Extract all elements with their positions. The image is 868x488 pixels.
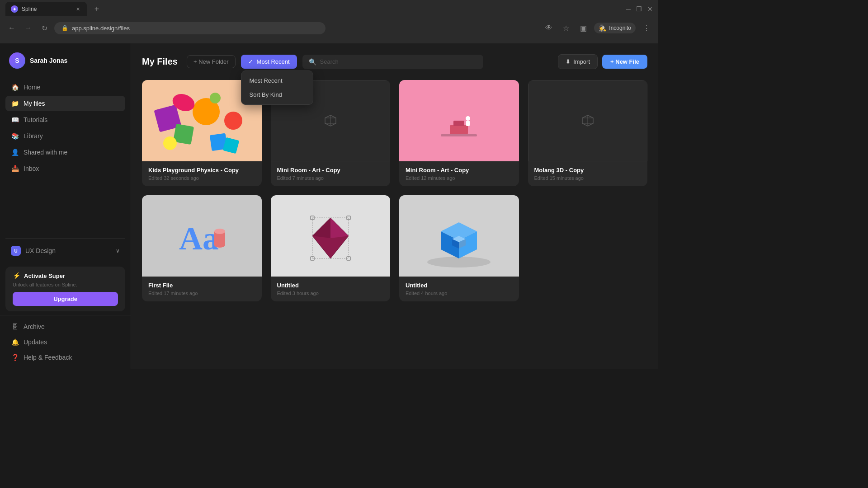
sidebar-item-archive[interactable]: 🗄 Archive [5, 319, 125, 334]
address-bar[interactable]: 🔒 app.spline.design/files [54, 22, 326, 34]
svg-point-6 [163, 136, 177, 150]
file-time-untitled-1: Edited 3 hours ago [277, 291, 384, 296]
new-file-button[interactable]: + New File [602, 55, 647, 69]
file-card-first-file[interactable]: Aa First File Edited 17 minutes ago [142, 195, 262, 301]
file-thumbnail-untitled-1 [271, 195, 391, 277]
sort-option-most-recent[interactable]: Most Recent [244, 74, 310, 88]
tab-title: Spline [22, 6, 71, 12]
file-info-untitled-1: Untitled Edited 3 hours ago [271, 277, 391, 301]
file-name-first-file: First File [148, 282, 255, 289]
sort-most-recent-label: Most Recent [250, 77, 283, 84]
avatar-initials: S [15, 57, 19, 64]
back-btn[interactable]: ← [5, 22, 18, 34]
file-name-kids-playground: Kids Playground Physics - Copy [148, 167, 255, 174]
incognito-btn[interactable]: 🕵 Incognito [594, 23, 636, 33]
sort-dropdown-wrapper: ✓ Most Recent Most Recent Sort By Kind [241, 55, 297, 69]
lock-icon: 🔒 [61, 25, 68, 31]
sidebar-user[interactable]: S Sarah Jonas [0, 43, 131, 76]
sidebar-item-inbox-label: Inbox [24, 165, 39, 172]
svg-rect-13 [466, 121, 470, 126]
nav-divider [5, 238, 125, 239]
browser-tab[interactable]: ✦ Spline ✕ [5, 2, 87, 16]
window-controls: ─ ❐ ✕ [626, 5, 653, 13]
file-thumbnail-first-file: Aa [142, 195, 262, 277]
menu-icon[interactable]: ⋮ [640, 22, 653, 34]
file-card-untitled-1[interactable]: Untitled Edited 3 hours ago [271, 195, 391, 301]
user-name: Sarah Jonas [30, 57, 67, 64]
svg-text:Aa: Aa [179, 221, 219, 257]
sidebar-nav: 🏠 Home 📁 My files 📖 Tutorials 📚 Library … [0, 76, 131, 231]
title-bar: ✦ Spline ✕ + ─ ❐ ✕ [0, 0, 658, 18]
sidebar-item-home[interactable]: 🏠 Home [5, 80, 125, 95]
no-tracking-icon[interactable]: 👁 [542, 22, 555, 34]
file-time-untitled-2: Edited 4 hours ago [406, 291, 513, 296]
file-card-mini-room-pink[interactable]: Mini Room - Art - Copy Edited 12 minutes… [399, 80, 519, 186]
file-info-kids-playground: Kids Playground Physics - Copy Edited 32… [142, 161, 262, 186]
forward-btn[interactable]: → [22, 22, 34, 34]
sidebar-item-help[interactable]: ❓ Help & Feedback [5, 350, 125, 365]
new-folder-button[interactable]: + New Folder [187, 55, 236, 68]
window-restore-btn[interactable]: ❐ [636, 5, 642, 13]
sort-check-icon: ✓ [248, 58, 253, 65]
file-time-mini-room-dark: Edited 7 minutes ago [277, 175, 384, 181]
browser-toolbar-right: 👁 ☆ ▣ 🕵 Incognito ⋮ [542, 22, 653, 34]
sidebar-item-help-label: Help & Feedback [24, 354, 72, 361]
sidebar-item-library[interactable]: 📚 Library [5, 128, 125, 144]
sort-by-kind-label: Sort By Kind [250, 91, 282, 98]
sidebar-item-home-label: Home [24, 84, 40, 91]
new-tab-btn[interactable]: + [90, 3, 103, 15]
file-card-untitled-2[interactable]: Untitled Edited 4 hours ago [399, 195, 519, 301]
file-card-molang-3d[interactable]: Molang 3D - Copy Edited 15 minutes ago [528, 80, 648, 186]
refresh-btn[interactable]: ↻ [38, 22, 51, 34]
file-name-untitled-1: Untitled [277, 282, 384, 289]
bookmark-icon[interactable]: ☆ [560, 22, 572, 34]
sort-dropdown: Most Recent Sort By Kind [241, 70, 313, 105]
window-close-btn[interactable]: ✕ [647, 5, 653, 13]
file-info-mini-room-pink: Mini Room - Art - Copy Edited 12 minutes… [399, 161, 519, 186]
main-content: My Files + New Folder ✓ Most Recent Most… [131, 43, 658, 369]
address-bar-row: ← → ↻ 🔒 app.spline.design/files 👁 ☆ ▣ 🕵 … [0, 18, 658, 38]
sidebar-toggle-icon[interactable]: ▣ [577, 22, 590, 34]
incognito-label: Incognito [609, 25, 631, 31]
super-icon: ⚡ [13, 272, 20, 279]
search-icon: 🔍 [309, 58, 316, 66]
import-button[interactable]: ⬇ Import [558, 54, 598, 69]
sort-option-by-kind[interactable]: Sort By Kind [244, 88, 310, 102]
my-files-icon: 📁 [11, 99, 19, 108]
sidebar-item-my-files[interactable]: 📁 My files [5, 96, 125, 111]
main-header: My Files + New Folder ✓ Most Recent Most… [142, 54, 647, 69]
window-minimize-btn[interactable]: ─ [626, 5, 631, 13]
workspace-section: U UX Design ∨ [0, 231, 131, 263]
file-grid: Kids Playground Physics - Copy Edited 32… [142, 80, 647, 301]
tab-close-btn[interactable]: ✕ [74, 5, 81, 13]
file-time-kids-playground: Edited 32 seconds ago [148, 175, 255, 181]
workspace-item-ux-design[interactable]: U UX Design ∨ [5, 242, 125, 259]
sidebar-item-my-files-label: My files [24, 100, 45, 107]
svg-point-17 [214, 229, 225, 234]
file-time-first-file: Edited 17 minutes ago [148, 291, 255, 296]
upgrade-button[interactable]: Upgrade [13, 292, 118, 306]
app-layout: S Sarah Jonas 🏠 Home 📁 My files 📖 Tutori… [0, 43, 658, 369]
sidebar-item-tutorials-label: Tutorials [24, 116, 47, 123]
super-title: Activate Super [24, 272, 65, 279]
sidebar: S Sarah Jonas 🏠 Home 📁 My files 📖 Tutori… [0, 43, 131, 369]
sidebar-item-inbox[interactable]: 📥 Inbox [5, 161, 125, 176]
search-box[interactable]: 🔍 [302, 55, 483, 69]
sidebar-item-updates[interactable]: 🔔 Updates [5, 334, 125, 350]
search-input[interactable] [320, 58, 477, 65]
sort-label: Most Recent [257, 58, 290, 65]
tab-favicon: ✦ [11, 5, 18, 13]
sidebar-item-shared[interactable]: 👤 Shared with me [5, 145, 125, 160]
shared-icon: 👤 [11, 148, 19, 156]
sidebar-item-library-label: Library [24, 132, 43, 140]
file-info-mini-room-dark: Mini Room - Art - Copy Edited 7 minutes … [271, 161, 391, 186]
header-actions: ⬇ Import + New File [558, 54, 647, 69]
file-name-mini-room-dark: Mini Room - Art - Copy [277, 167, 384, 174]
workspace-name: UX Design [25, 247, 56, 254]
browser-chrome: ✦ Spline ✕ + ─ ❐ ✕ ← → ↻ 🔒 app.spline.de… [0, 0, 658, 43]
workspace-avatar: U [11, 246, 21, 256]
sidebar-item-tutorials[interactable]: 📖 Tutorials [5, 112, 125, 127]
svg-marker-20 [312, 218, 330, 238]
sort-button[interactable]: ✓ Most Recent [241, 55, 297, 69]
sidebar-item-archive-label: Archive [24, 323, 45, 330]
